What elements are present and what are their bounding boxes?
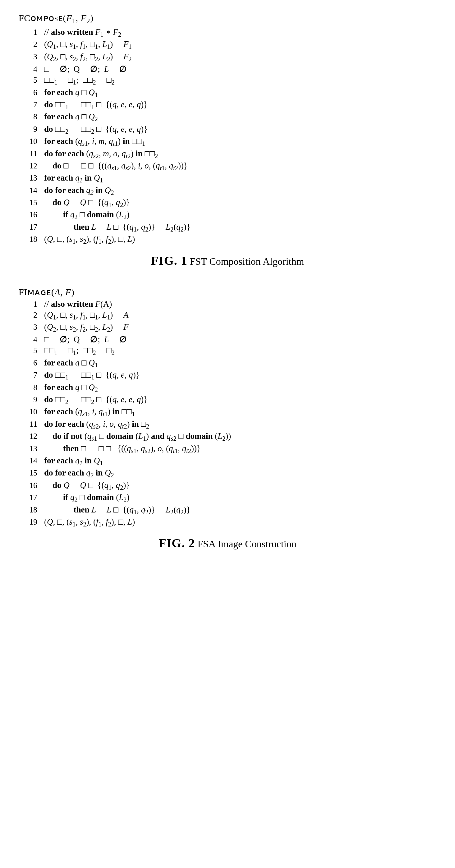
figure-1: FCᴏᴍᴘᴏsᴇ(F1, F2) 1// also written F1 ∘ F… xyxy=(19,12,436,268)
code-line: 14do for each q2 in Q2 xyxy=(19,186,436,196)
code-line: 19(Q, □, (s1, s2), (f1, f2), □, L) xyxy=(19,517,436,528)
code-line: 13for each q1 in Q1 xyxy=(19,173,436,184)
code-line: 7do □□1 □□1 □ {(q, e, e, q)} xyxy=(19,100,436,111)
code-line: 16 if q2 □ domain (L2) xyxy=(19,210,436,221)
code-line: 17 then L L □ {(q1, q2)} L2(q2)} xyxy=(19,222,436,233)
figure-label: FIG. 1 xyxy=(151,254,187,268)
code-line: 9do □□2 □□2 □ {(q, e, e, q)} xyxy=(19,124,436,135)
code-line: 6for each q □ Q1 xyxy=(19,88,436,98)
algo-title-2: FIᴍᴀɢᴇ(A, F) xyxy=(19,286,436,298)
algo-title-1: FCᴏᴍᴘᴏsᴇ(F1, F2) xyxy=(19,12,436,25)
figure-1-caption: FIG. 1 FST Composition Algorithm xyxy=(19,253,436,268)
code-line: 15do for each q2 in Q2 xyxy=(19,468,436,479)
code-line: 13 then □ □ □ {((qs1, qs2), o, (qt1, qt2… xyxy=(19,444,436,455)
code-line: 7do □□1 □□1 □ {(q, e, q)} xyxy=(19,370,436,381)
code-line: 1// also written F1 ∘ F2 xyxy=(19,27,436,38)
code-line: 6for each q □ Q1 xyxy=(19,358,436,369)
code-line: 8for each q □ Q2 xyxy=(19,112,436,123)
code-line: 2(Q1, □, s1, f1, □1, L1) F1 xyxy=(19,39,436,50)
code-line: 11do for each (qs2, i, o, qt2) in □2 xyxy=(19,419,436,430)
figure-2-caption: FIG. 2 FSA Image Construction xyxy=(19,536,436,550)
code-line: 4□ ∅; Q ∅; L ∅ xyxy=(19,334,436,344)
code-line: 1// also written F(A) xyxy=(19,299,436,309)
figure-text: FSA Image Construction xyxy=(198,538,296,550)
code-line: 5□□1 □1; □□2 □2 xyxy=(19,346,436,356)
code-line: 12 do □ □ □ {((qs1, qs2), i, o, (qt1, qt… xyxy=(19,161,436,172)
code-line: 9do □□2 □□2 □ {(q, e, e, q)} xyxy=(19,395,436,406)
code-line: 3(Q2, □, s2, f2, □2, L2) F2 xyxy=(19,52,436,63)
code-line: 18 then L L □ {(q1, q2)} L2(q2)} xyxy=(19,505,436,516)
code-line: 15 do Q Q □ {(q1, q2)} xyxy=(19,198,436,209)
figure-label: FIG. 2 xyxy=(158,536,195,550)
code-line: 12 do if not (qs1 □ domain (L1) and qs2 … xyxy=(19,431,436,442)
code-line: 11do for each (qs2, m, o, qt2) in □□2 xyxy=(19,149,436,160)
code-line: 14for each q1 in Q1 xyxy=(19,456,436,467)
code-line: 17 if q2 □ domain (L2) xyxy=(19,493,436,503)
code-line: 5□□1 □1; □□2 □2 xyxy=(19,75,436,86)
code-line: 4□ ∅; Q ∅; L ∅ xyxy=(19,64,436,74)
code-line: 10for each (qs1, i, m, qt1) in □□1 xyxy=(19,136,436,147)
figure-text: FST Composition Algorithm xyxy=(190,256,304,267)
code-line: 10for each (qs1, i, qt1) in □□1 xyxy=(19,407,436,418)
code-line: 2(Q1, □, s1, f1, □1, L1) A xyxy=(19,310,436,321)
code-line: 8for each q □ Q2 xyxy=(19,382,436,394)
figure-2: FIᴍᴀɢᴇ(A, F) 1// also written F(A) 2(Q1,… xyxy=(19,286,436,551)
code-line: 18(Q, □, (s1, s2), (f1, f2), □, L) xyxy=(19,234,436,245)
code-line: 16 do Q Q □ {(q1, q2)} xyxy=(19,480,436,491)
code-line: 3(Q2, □, s2, f2, □2, L2) F xyxy=(19,322,436,333)
